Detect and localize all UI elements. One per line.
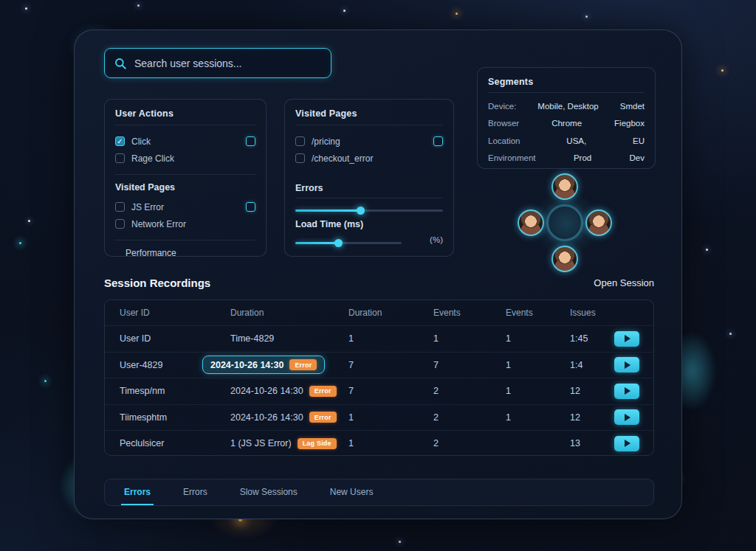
pricing-checkbox[interactable] xyxy=(295,136,305,146)
duration-cell: 2024-10-26 14:30 xyxy=(230,386,303,396)
error-badge: Error xyxy=(309,386,337,397)
slider-thumb[interactable] xyxy=(357,207,365,215)
filter-row-click: ✓ Click xyxy=(115,133,255,150)
slider-fill xyxy=(295,242,338,244)
tab-errors[interactable]: Errors xyxy=(121,479,154,505)
load-time-label: Load Time (ms) xyxy=(295,219,443,229)
issues-cell: 1:4 xyxy=(570,360,614,370)
segment-value: Mobile, Desktop xyxy=(537,102,598,111)
filter-row-js-error: JS Error xyxy=(115,198,255,215)
filter-row-pricing: /pricing xyxy=(295,133,443,150)
duration2-cell: 7 xyxy=(348,386,433,396)
column-header: Duration xyxy=(230,308,348,318)
segment-value: EU xyxy=(633,136,645,145)
checkbox-label: /checkout_error xyxy=(312,153,373,164)
tab-new-users[interactable]: New Users xyxy=(327,479,377,505)
tab-slow-sessions[interactable]: Slow Sessions xyxy=(237,479,300,505)
user-id-cell: User ID xyxy=(120,333,230,344)
click-checkbox[interactable]: ✓ xyxy=(115,136,125,146)
sparkle-dot xyxy=(585,15,588,18)
play-button[interactable] xyxy=(614,384,639,399)
rage-click-checkbox[interactable] xyxy=(115,153,125,163)
events2-cell: 1 xyxy=(506,333,570,344)
segment-row-location[interactable]: Location USA, EU xyxy=(488,132,645,150)
events2-cell: 1 xyxy=(506,360,570,370)
issues-cell: 12 xyxy=(570,386,614,396)
load-time-slider[interactable] xyxy=(295,238,402,247)
duration-cell: Time-4829 xyxy=(230,333,274,344)
segment-row-browser[interactable]: Browser Chrome Fiegbox xyxy=(488,115,645,133)
sparkle-dot xyxy=(456,13,458,15)
errors-slider[interactable] xyxy=(295,206,443,215)
sparkle-dot xyxy=(706,249,708,251)
errors-label: Errors xyxy=(295,183,443,193)
search-input[interactable] xyxy=(134,58,322,69)
table-row[interactable]: User ID Time-4829 1 1 1 1:45 xyxy=(105,325,653,352)
segment-label: Environment xyxy=(488,153,536,162)
user-id-cell: Peclulsicer xyxy=(120,438,230,448)
table-row[interactable]: Timesp/nm 2024-10-26 14:30 Error 7 2 1 1… xyxy=(105,378,653,404)
sparkle-dot xyxy=(28,220,30,222)
cluster-ring xyxy=(546,204,583,241)
avatar[interactable] xyxy=(551,173,578,200)
click-secondary-checkbox[interactable] xyxy=(246,136,255,146)
play-button[interactable] xyxy=(614,409,639,425)
table-row[interactable]: Tiimesphtm 2024-10-26 14:30 Error 1 2 1 … xyxy=(105,404,653,431)
user-id-cell: Timesp/nm xyxy=(120,386,230,396)
duration-cell: 2024-10-26 14:30 xyxy=(230,412,303,423)
app-window: User Actions ✓ Click Rage Click Visited … xyxy=(74,30,682,519)
search-bar[interactable] xyxy=(104,48,331,78)
segment-value: Dev xyxy=(630,153,645,162)
divider xyxy=(115,125,255,125)
user-actions-panel: User Actions ✓ Click Rage Click Visited … xyxy=(104,99,267,257)
issues-cell: 13 xyxy=(570,438,614,448)
segment-value: Chrome xyxy=(551,119,582,128)
network-error-checkbox[interactable] xyxy=(115,219,125,229)
sparkle-dot xyxy=(44,380,47,382)
lag-badge: Lag Side xyxy=(298,438,337,449)
divider xyxy=(488,92,645,93)
js-error-secondary-checkbox[interactable] xyxy=(246,202,255,212)
play-icon xyxy=(625,387,630,395)
segment-label: Browser xyxy=(488,119,519,128)
duration2-cell: 7 xyxy=(348,360,433,370)
pricing-secondary-checkbox[interactable] xyxy=(433,136,443,146)
duration2-cell: 1 xyxy=(348,333,433,344)
segment-row-device[interactable]: Device: Mobile, Desktop Smdet xyxy=(488,97,645,115)
segment-label: Location xyxy=(488,136,520,145)
table-row[interactable]: Peclulsicer 1 (JS JS Error) Lag Side 1 2… xyxy=(105,430,653,456)
slider-thumb[interactable] xyxy=(334,239,343,247)
tab-errors-2[interactable]: Errors xyxy=(180,479,210,505)
segment-label: Device: xyxy=(488,102,516,111)
play-button[interactable] xyxy=(614,357,639,372)
segments-panel: Segments Device: Mobile, Desktop Smdet B… xyxy=(477,67,656,169)
play-icon xyxy=(625,361,630,369)
selected-duration-pill[interactable]: 2024-10-26 14:30 Error xyxy=(202,356,325,374)
sparkle-dot xyxy=(721,69,724,72)
checkbox-label: Network Error xyxy=(131,219,186,229)
divider xyxy=(295,198,443,198)
search-icon xyxy=(114,57,127,70)
avatar[interactable] xyxy=(585,209,612,236)
checkout-error-checkbox[interactable] xyxy=(295,153,305,163)
panel-title: Segments xyxy=(488,77,645,87)
duration-cell: 1 (JS JS Error) xyxy=(230,438,292,448)
events-cell: 1 xyxy=(433,333,506,344)
play-button[interactable] xyxy=(614,436,639,451)
sparkle-dot xyxy=(137,4,140,7)
segment-row-environment[interactable]: Environment Prod Dev xyxy=(488,150,645,167)
filter-row-checkout-error: /checkout_error xyxy=(295,150,443,167)
avatar[interactable] xyxy=(551,246,578,272)
play-button[interactable] xyxy=(614,331,639,347)
checkbox-label: Click xyxy=(131,136,151,147)
error-badge: Error xyxy=(289,359,317,370)
avatar[interactable] xyxy=(518,209,544,236)
events2-cell: 1 xyxy=(506,412,570,423)
issues-cell: 12 xyxy=(570,412,614,423)
table-row-selected[interactable]: User-4829 2024-10-26 14:30 Error 7 7 1 1… xyxy=(105,352,653,378)
open-session-button[interactable]: Open Session xyxy=(594,277,654,288)
events-cell: 2 xyxy=(433,386,506,396)
slider-fill xyxy=(295,209,360,212)
js-error-checkbox[interactable] xyxy=(115,202,125,212)
panel-title: Visited Pages xyxy=(295,108,443,119)
